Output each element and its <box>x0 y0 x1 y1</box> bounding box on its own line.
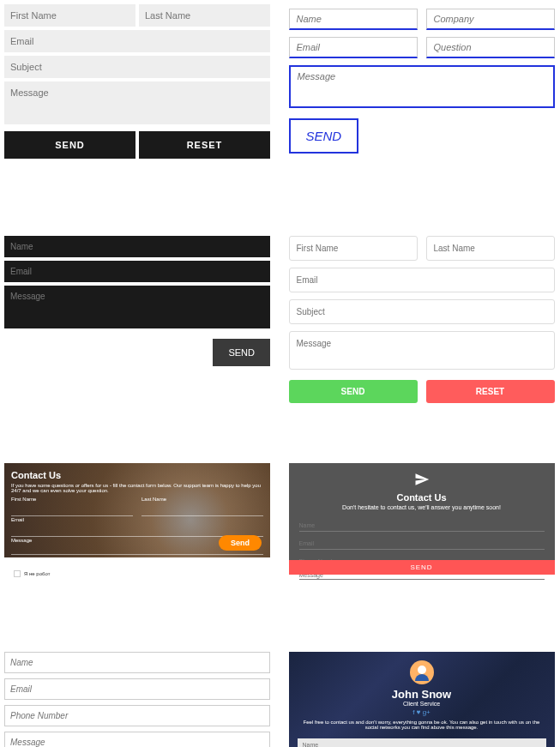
name-input[interactable] <box>299 520 545 532</box>
contact-form-blue: SEND <box>289 4 555 159</box>
subject-input[interactable] <box>4 56 270 78</box>
message-textarea[interactable] <box>289 65 555 108</box>
last-name-label: Last Name <box>142 497 263 502</box>
email-input[interactable] <box>299 538 545 550</box>
reset-button[interactable]: RESET <box>426 380 555 403</box>
message-textarea[interactable] <box>289 331 555 370</box>
email-input[interactable] <box>289 268 555 292</box>
message-textarea[interactable] <box>4 81 270 124</box>
first-name-input[interactable] <box>4 4 135 27</box>
social-links[interactable]: f ♥ g+ <box>298 708 546 716</box>
form-intro: Feel free to contact us and don't worry,… <box>298 720 546 730</box>
recaptcha-widget[interactable]: Я не робот <box>11 566 80 581</box>
name-input[interactable] <box>298 738 546 747</box>
send-button[interactable]: SEND <box>289 380 418 403</box>
send-button[interactable]: SEND <box>213 339 270 366</box>
first-name-label: First Name <box>11 497 133 502</box>
recaptcha-checkbox[interactable] <box>14 570 21 577</box>
form-intro: If you have some questions or offers for… <box>11 483 263 493</box>
contact-form-paperplane: Contact Us Don't hesitate to contact us,… <box>289 463 555 575</box>
contact-form-italic: SEND <box>4 652 270 747</box>
profile-name: John Snow <box>298 688 546 701</box>
contact-form-dark: SEND <box>4 236 270 403</box>
reset-button[interactable]: RESET <box>139 131 270 159</box>
last-name-input[interactable] <box>142 508 263 516</box>
form-title: Contact Us <box>299 492 545 503</box>
subject-input[interactable] <box>289 299 555 324</box>
recaptcha-text: Я не робот <box>24 571 50 576</box>
last-name-input[interactable] <box>139 4 270 27</box>
contact-form-light: SEND RESET <box>289 236 555 403</box>
contact-form-gray: SEND RESET <box>4 4 270 159</box>
profile-role: Client Service <box>298 701 546 707</box>
contact-form-profile: John Snow Client Service f ♥ g+ Feel fre… <box>289 652 555 747</box>
contact-form-cafe: Contact Us If you have some questions or… <box>4 463 270 557</box>
send-button[interactable]: SEND <box>4 131 135 159</box>
form-subtitle: Don't hesitate to contact us, we'll answ… <box>299 504 545 510</box>
question-input[interactable] <box>426 37 555 58</box>
form-title: Contact Us <box>11 470 263 480</box>
name-input[interactable] <box>4 652 270 673</box>
message-textarea[interactable] <box>4 286 270 328</box>
avatar <box>410 660 434 684</box>
send-button[interactable]: SEND <box>289 560 555 575</box>
company-input[interactable] <box>426 9 555 30</box>
send-button[interactable]: Send <box>219 535 262 551</box>
email-label: Email <box>11 517 263 522</box>
email-input[interactable] <box>4 261 270 282</box>
message-textarea[interactable] <box>4 732 270 747</box>
name-input[interactable] <box>289 9 418 30</box>
email-input[interactable] <box>289 37 418 58</box>
first-name-input[interactable] <box>11 508 133 516</box>
last-name-input[interactable] <box>426 236 555 261</box>
email-input[interactable] <box>4 678 270 700</box>
phone-input[interactable] <box>4 705 270 726</box>
first-name-input[interactable] <box>289 236 418 261</box>
name-input[interactable] <box>4 236 270 257</box>
email-input[interactable] <box>4 30 270 52</box>
paper-plane-icon <box>299 472 545 491</box>
send-button[interactable]: SEND <box>289 118 359 154</box>
